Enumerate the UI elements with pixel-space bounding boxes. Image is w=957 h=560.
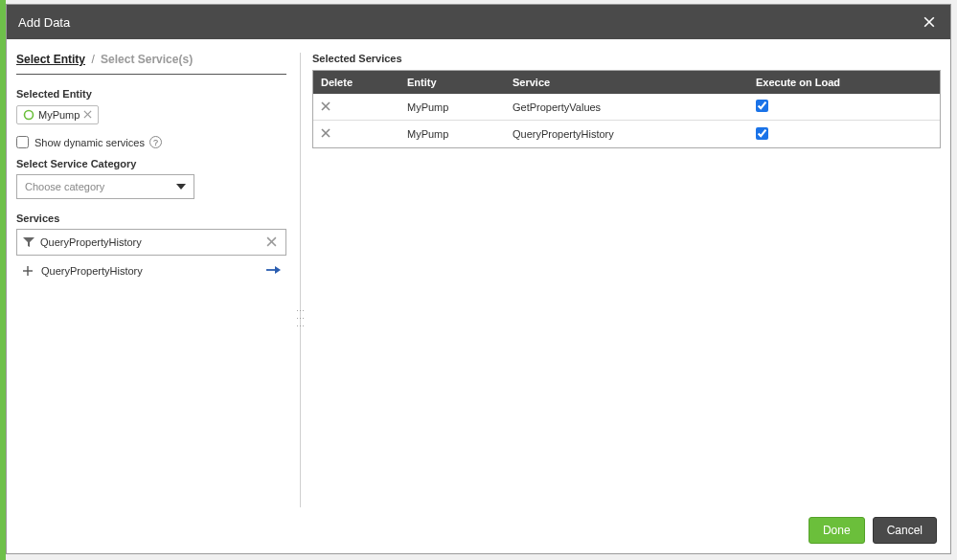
services-filter bbox=[16, 229, 286, 256]
dialog-footer: Done Cancel bbox=[7, 507, 950, 553]
right-pane: Selected Services Delete Entity Service … bbox=[307, 53, 941, 507]
service-item-add-button[interactable] bbox=[265, 265, 281, 277]
close-button[interactable] bbox=[920, 12, 939, 32]
grid-row: MyPump GetPropertyValues bbox=[313, 94, 940, 121]
x-icon bbox=[83, 110, 92, 119]
entity-chip-remove[interactable] bbox=[83, 109, 92, 121]
col-header-execute: Execute on Load bbox=[748, 77, 940, 88]
services-filter-input[interactable] bbox=[40, 236, 266, 248]
chevron-down-icon bbox=[176, 182, 186, 191]
grid-row: MyPump QueryPropertyHistory bbox=[313, 121, 940, 147]
row-entity: MyPump bbox=[399, 101, 505, 113]
left-pane: Select Entity / Select Service(s) Select… bbox=[16, 53, 294, 507]
help-icon[interactable]: ? bbox=[149, 136, 162, 148]
category-select[interactable]: Choose category bbox=[16, 174, 194, 199]
category-placeholder: Choose category bbox=[25, 181, 104, 192]
row-delete-button[interactable] bbox=[321, 128, 330, 140]
grid-header: Delete Entity Service Execute on Load bbox=[313, 71, 940, 94]
row-entity: MyPump bbox=[399, 128, 505, 140]
add-data-dialog: Add Data Select Entity / Select Service(… bbox=[6, 4, 951, 554]
selected-services-grid: Delete Entity Service Execute on Load My… bbox=[312, 70, 941, 148]
row-delete-button[interactable] bbox=[321, 101, 330, 113]
selected-entity-label: Selected Entity bbox=[16, 88, 286, 100]
col-header-service: Service bbox=[505, 77, 748, 88]
wizard-step-select-services[interactable]: Select Service(s) bbox=[101, 53, 193, 66]
x-icon bbox=[321, 101, 330, 111]
service-item-label: QueryPropertyHistory bbox=[41, 265, 265, 277]
show-dynamic-row: Show dynamic services ? bbox=[16, 136, 286, 148]
show-dynamic-checkbox[interactable] bbox=[16, 136, 29, 148]
category-label: Select Service Category bbox=[16, 158, 286, 169]
x-icon bbox=[266, 236, 277, 247]
services-label: Services bbox=[16, 213, 286, 224]
row-service: GetPropertyValues bbox=[505, 101, 748, 113]
col-header-delete: Delete bbox=[313, 77, 399, 88]
add-icon bbox=[22, 265, 34, 277]
svg-marker-6 bbox=[23, 237, 34, 247]
thing-icon bbox=[23, 109, 34, 121]
drag-handle-icon bbox=[296, 306, 305, 329]
wizard-separator: / bbox=[91, 53, 94, 66]
cancel-button[interactable]: Cancel bbox=[873, 517, 937, 544]
dialog-title: Add Data bbox=[18, 15, 920, 30]
col-header-entity: Entity bbox=[399, 77, 505, 88]
dialog-header: Add Data bbox=[7, 5, 950, 39]
services-filter-clear[interactable] bbox=[266, 234, 280, 251]
filter-icon bbox=[23, 236, 34, 248]
show-dynamic-label: Show dynamic services bbox=[34, 137, 145, 148]
dialog-body: Select Entity / Select Service(s) Select… bbox=[7, 39, 950, 507]
svg-marker-12 bbox=[275, 266, 281, 274]
row-execute-checkbox[interactable] bbox=[756, 127, 768, 140]
row-execute-checkbox[interactable] bbox=[756, 100, 768, 112]
x-icon bbox=[321, 128, 330, 138]
svg-marker-5 bbox=[176, 184, 186, 190]
pane-divider[interactable] bbox=[300, 53, 301, 507]
wizard-steps: Select Entity / Select Service(s) bbox=[16, 53, 286, 75]
row-service: QueryPropertyHistory bbox=[505, 128, 748, 140]
entity-chip[interactable]: MyPump bbox=[16, 105, 99, 124]
done-button[interactable]: Done bbox=[809, 517, 865, 544]
close-icon bbox=[922, 14, 937, 30]
selected-services-title: Selected Services bbox=[312, 53, 941, 64]
service-list-item[interactable]: QueryPropertyHistory bbox=[16, 256, 286, 286]
wizard-step-select-entity[interactable]: Select Entity bbox=[16, 53, 85, 66]
svg-point-2 bbox=[25, 111, 34, 120]
entity-chip-label: MyPump bbox=[38, 109, 80, 121]
arrow-right-icon bbox=[265, 265, 281, 275]
